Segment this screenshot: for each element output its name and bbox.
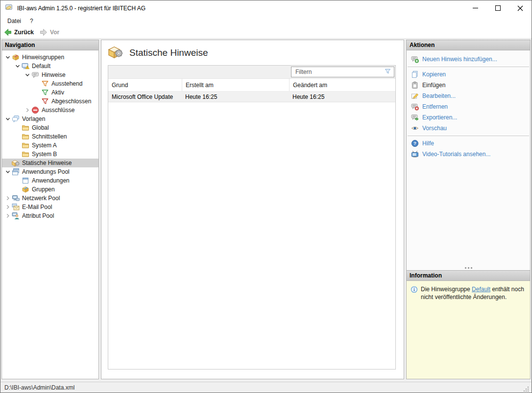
table-cell: Microsoft Office Update — [108, 93, 182, 100]
nav-item-system-a[interactable]: System A — [2, 141, 98, 150]
column-header-erstellt-am[interactable]: Erstellt am — [182, 79, 289, 91]
nav-item-abgeschlossen[interactable]: Abgeschlossen — [2, 97, 98, 106]
folder-icon — [22, 124, 29, 132]
action-exportieren[interactable]: Exportieren... — [407, 112, 530, 123]
nav-item-aktiv[interactable]: Aktiv — [2, 88, 98, 97]
maximize-button[interactable] — [486, 1, 509, 16]
nav-item-hinweise[interactable]: Hinweise — [2, 70, 98, 79]
actions-separator — [408, 136, 529, 136]
copy-icon — [411, 70, 419, 78]
funnel-orange-icon — [41, 80, 49, 88]
panel-splitter[interactable] — [407, 266, 530, 270]
action-neuen-hinweis-hinzuf-gen[interactable]: Neuen Hinweis hinzufügen... — [407, 54, 530, 65]
nav-item-default[interactable]: Default — [2, 62, 98, 70]
nav-item-global[interactable]: Global — [2, 123, 98, 132]
action-label: Entfernen — [422, 103, 448, 110]
app-windows-icon — [12, 168, 20, 176]
tree-toggle[interactable] — [24, 106, 31, 114]
app-window-icon — [22, 177, 29, 185]
tree-toggle[interactable] — [14, 62, 22, 70]
tree-toggle[interactable] — [4, 203, 12, 211]
tree-toggle[interactable] — [4, 115, 12, 123]
table-cell: Heute 16:25 — [182, 93, 289, 100]
minimize-button[interactable] — [464, 1, 486, 16]
nav-item-vorlagen[interactable]: Vorlagen — [2, 115, 98, 123]
title-bar: IBI-aws Admin 1.25.0 - registriert für I… — [0, 0, 532, 16]
action-bearbeiten[interactable]: Bearbeiten... — [407, 91, 530, 101]
back-button[interactable]: Zurück — [4, 28, 34, 36]
nav-item-label: System A — [32, 142, 59, 149]
nav-item-e-mail-pool[interactable]: E-Mail Pool — [2, 203, 98, 211]
tree-toggle[interactable] — [24, 71, 31, 79]
nav-item-hinweisgruppen[interactable]: Hinweisgruppen — [2, 53, 98, 62]
tree-toggle[interactable] — [4, 212, 12, 220]
person-computer-icon — [12, 212, 20, 220]
tree-toggle[interactable] — [4, 53, 12, 61]
app-logo-icon — [5, 3, 13, 12]
status-bar: D:\IBI-aws\Admin\Data.xml — [0, 382, 532, 393]
mail-icon — [12, 203, 20, 211]
action-label: Hilfe — [422, 140, 434, 147]
chevron-right-icon — [4, 194, 12, 202]
nav-item-label: Attribut Pool — [22, 212, 56, 219]
action-kopieren[interactable]: Kopieren — [407, 69, 530, 80]
nav-item-gruppen[interactable]: Gruppen — [2, 185, 98, 194]
column-header-grund[interactable]: Grund — [108, 79, 182, 91]
default-group-link[interactable]: Default — [472, 286, 490, 293]
tree-toggle[interactable] — [4, 168, 12, 176]
nav-item-statische-hinweise[interactable]: Statische Hinweise — [2, 159, 98, 167]
menu-bar: Datei ? — [0, 16, 532, 26]
filter-funnel-icon[interactable] — [384, 68, 391, 75]
nav-item-anwendungen[interactable]: Anwendungen — [2, 176, 98, 185]
tree-toggle[interactable] — [4, 194, 12, 202]
note-export-icon — [411, 114, 419, 121]
nav-item-anwendungs-pool[interactable]: Anwendungs Pool — [2, 167, 98, 176]
note-add-icon — [411, 55, 419, 63]
pencil-icon — [411, 92, 419, 100]
nav-item-ausschl-sse[interactable]: Ausschlüsse — [2, 106, 98, 115]
menu-help[interactable]: ? — [25, 17, 38, 25]
nav-item-ausstehend[interactable]: Ausstehend — [2, 79, 98, 88]
chevron-down-icon — [14, 62, 22, 70]
right-column: Aktionen Neuen Hinweis hinzufügen...Kopi… — [406, 40, 531, 379]
filter-input[interactable] — [291, 69, 384, 75]
action-vorschau[interactable]: Vorschau — [407, 123, 530, 134]
tree-toggle-empty — [14, 185, 22, 193]
nav-item-label: Gruppen — [32, 186, 57, 193]
navigation-header: Navigation — [2, 40, 98, 50]
action-hilfe[interactable]: ?Hilfe — [407, 138, 530, 149]
nav-item-label: Netzwerk Pool — [22, 195, 62, 202]
status-path: D:\IBI-aws\Admin\Data.xml — [4, 384, 74, 391]
nav-item-schnittstellen[interactable]: Schnittstellen — [2, 132, 98, 141]
nav-item-label: System B — [32, 151, 59, 158]
action-video-tutorials-ansehen[interactable]: Video-Tutorials ansehen... — [407, 149, 530, 160]
chevron-down-icon — [4, 53, 12, 61]
resize-grip-icon[interactable] — [523, 386, 530, 393]
close-button[interactable] — [509, 1, 532, 16]
filter-bar — [108, 66, 395, 79]
chevron-down-icon — [4, 115, 12, 123]
monitor-warning-icon — [22, 62, 29, 70]
action-einf-gen[interactable]: Einfügen — [407, 80, 530, 91]
note-remove-icon — [411, 103, 419, 111]
information-panel: Information Die Hinweisgruppe Default en… — [406, 271, 531, 379]
forward-button[interactable]: Vor — [40, 28, 59, 36]
actions-panel: Aktionen Neuen Hinweis hinzufügen...Kopi… — [406, 40, 531, 271]
information-header: Information — [407, 271, 530, 281]
action-label: Exportieren... — [422, 114, 457, 121]
nav-item-system-b[interactable]: System B — [2, 150, 98, 159]
chevron-down-icon — [4, 168, 12, 176]
column-header-ge-ndert-am[interactable]: Geändert am — [289, 79, 395, 91]
action-entfernen[interactable]: Entfernen — [407, 101, 530, 112]
note-icon — [31, 71, 39, 79]
table-header: GrundErstellt amGeändert am — [108, 79, 395, 92]
tree-toggle-empty — [14, 177, 22, 185]
nav-item-attribut-pool[interactable]: Attribut Pool — [2, 211, 98, 220]
table-row[interactable]: Microsoft Office UpdateHeute 16:25Heute … — [108, 92, 395, 102]
nav-item-netzwerk-pool[interactable]: Netzwerk Pool — [2, 194, 98, 203]
nav-item-label: Schnittstellen — [32, 133, 69, 140]
notes-list: GrundErstellt amGeändert am Microsoft Of… — [108, 65, 396, 370]
nav-item-label: Anwendungen — [32, 177, 72, 184]
window-title: IBI-aws Admin 1.25.0 - registriert für I… — [17, 5, 145, 12]
menu-datei[interactable]: Datei — [3, 17, 25, 25]
